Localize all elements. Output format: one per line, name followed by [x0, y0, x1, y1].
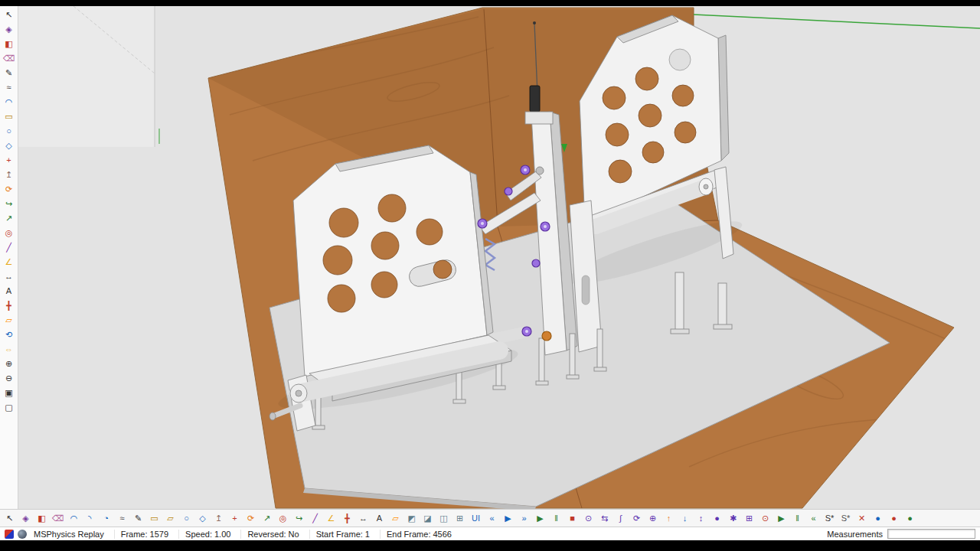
physics-body-red-button-icon[interactable]: ●	[887, 511, 900, 525]
circle-tool-icon[interactable]: ○	[3, 126, 15, 136]
application-window: ↖◈◧⌫✎≈◠▭○◇+↥⟳↪↗◎╱∠↔A╋▱⟲⇔⊕⊖▣▢	[0, 0, 980, 551]
zoom-in-tool-icon[interactable]: ⊕	[3, 358, 15, 369]
joint-servo-tool-icon[interactable]: ⊕	[646, 511, 659, 525]
joint-spring-tool-icon[interactable]: ∫	[614, 511, 627, 525]
anim-rewind-button-icon[interactable]: «	[807, 511, 820, 525]
center-leg-1	[539, 338, 544, 384]
joint-slider-tool-icon[interactable]: ⇆	[598, 511, 611, 525]
protractor-tool-icon[interactable]: ∠	[3, 256, 15, 267]
paint-bucket-tool-icon[interactable]: ◧	[35, 511, 48, 525]
eraser-tool-icon[interactable]: ⌫	[51, 511, 64, 525]
protractor-tool-icon[interactable]: ∠	[325, 511, 338, 525]
joint-fixed-tool-icon[interactable]: ⊞	[743, 511, 756, 525]
zoom-window-tool-icon[interactable]: ▣	[3, 387, 15, 398]
offset-tool-icon[interactable]: ◎	[276, 511, 289, 525]
joint-connect-tool-icon[interactable]: ⊙	[582, 511, 595, 525]
force-down-tool-icon[interactable]: ↓	[678, 511, 691, 525]
orbit-tool-icon[interactable]: ⟲	[3, 329, 15, 340]
slide-slot	[582, 276, 590, 305]
follow-me-tool-icon[interactable]: ↪	[3, 198, 15, 209]
axes-tool-icon[interactable]: ╋	[341, 511, 354, 525]
joint-ball-tool-icon[interactable]: ●	[710, 511, 724, 525]
freehand-tool-icon[interactable]: ≈	[3, 82, 15, 93]
pie-tool-icon[interactable]: ◔	[100, 511, 113, 525]
polygon-tool-icon[interactable]: ◇	[3, 140, 15, 151]
column-cap	[525, 112, 553, 124]
main-area: ↖◈◧⌫✎≈◠▭○◇+↥⟳↪↗◎╱∠↔A╋▱⟲⇔⊕⊖▣▢	[0, 6, 980, 509]
rotate-tool-icon[interactable]: ⟳	[3, 184, 15, 194]
msphysics-ui-button-icon[interactable]: UI	[469, 511, 482, 525]
solid-trim-tool-icon[interactable]: ◫	[437, 511, 450, 525]
joint-universal-tool-icon[interactable]: ✱	[727, 511, 740, 525]
physics-body-blue-button-icon[interactable]: ●	[871, 511, 884, 525]
pan-tool-icon[interactable]: ⇔	[3, 344, 15, 354]
tape-measure-tool-icon[interactable]: ╱	[3, 242, 15, 253]
arc-2pt-tool-icon[interactable]: ◠	[67, 511, 80, 525]
circle-tool-icon[interactable]: ○	[180, 511, 193, 525]
select-tool-icon[interactable]: ↖	[3, 9, 15, 20]
anim-play-button-icon[interactable]: ▶	[775, 511, 788, 525]
replay-forward-button-icon[interactable]: »	[518, 511, 531, 525]
measurements-input[interactable]	[887, 529, 975, 539]
simulation-stop-button-icon[interactable]: ■	[566, 511, 579, 525]
move-tool-icon[interactable]: +	[228, 511, 241, 525]
text-tool-icon[interactable]: A	[3, 285, 15, 296]
solid-intersect-tool-icon[interactable]: ⊞	[453, 511, 466, 525]
status-speed: Speed: 1.00	[178, 530, 237, 539]
select-tool-icon[interactable]: ↖	[3, 511, 16, 525]
add-scene-button-icon[interactable]: S*	[823, 511, 836, 525]
text-tool-icon[interactable]: A	[373, 511, 386, 525]
arc-3pt-tool-icon[interactable]: ◝	[83, 511, 96, 525]
dimension-tool-icon[interactable]: ↔	[357, 511, 370, 525]
joint-corkscrew-tool-icon[interactable]: ↕	[694, 511, 707, 525]
status-start-frame: Start Frame: 1	[309, 530, 376, 539]
polygon-tool-icon[interactable]: ◇	[196, 511, 209, 525]
msphysics-icon[interactable]	[5, 530, 14, 539]
line-tool-icon[interactable]: ✎	[3, 67, 15, 78]
paint-bucket-tool-icon[interactable]: ◧	[3, 38, 15, 49]
orange-bolt	[542, 331, 551, 341]
arc-tool-icon[interactable]: ◠	[3, 96, 15, 107]
replay-rewind-button-icon[interactable]: «	[485, 511, 498, 525]
follow-me-tool-icon[interactable]: ↪	[292, 511, 305, 525]
replay-play-button-icon[interactable]: ▶	[501, 511, 514, 525]
scale-tool-icon[interactable]: ↗	[3, 213, 15, 223]
line-tool-icon[interactable]: ✎	[132, 511, 145, 525]
scale-tool-icon[interactable]: ↗	[260, 511, 273, 525]
joint-motor-tool-icon[interactable]: ⟳	[630, 511, 643, 525]
eraser-tool-icon[interactable]: ⌫	[3, 53, 15, 64]
tape-measure-tool-icon[interactable]: ╱	[309, 511, 322, 525]
force-up-tool-icon[interactable]: ↑	[662, 511, 675, 525]
solid-union-tool-icon[interactable]: ◩	[405, 511, 418, 525]
anim-pause-button-icon[interactable]: ‖	[791, 511, 804, 525]
push-pull-tool-icon[interactable]: ↥	[3, 169, 15, 180]
zoom-out-tool-icon[interactable]: ⊖	[3, 373, 15, 383]
freehand-tool-icon[interactable]: ≈	[116, 511, 129, 525]
offset-tool-icon[interactable]: ◎	[3, 227, 15, 238]
solid-subtract-tool-icon[interactable]: ◪	[421, 511, 434, 525]
rotated-rectangle-tool-icon[interactable]: ▱	[164, 511, 177, 525]
physics-body-green-button-icon[interactable]: ●	[903, 511, 916, 525]
delete-scene-button-icon[interactable]: ✕	[855, 511, 868, 525]
rectangle-tool-icon[interactable]: ▭	[148, 511, 161, 525]
rotate-tool-icon[interactable]: ⟳	[244, 511, 257, 525]
rectangle-tool-icon[interactable]: ▭	[3, 111, 15, 122]
section-plane-tool-icon[interactable]: ▱	[3, 315, 15, 325]
make-component-tool-icon[interactable]: ◈	[3, 24, 15, 34]
record-button-icon[interactable]: ⊙	[759, 511, 772, 525]
push-pull-tool-icon[interactable]: ↥	[212, 511, 225, 525]
globe-icon[interactable]	[18, 530, 27, 539]
axes-tool-icon[interactable]: ╋	[3, 300, 15, 311]
update-scene-button-icon[interactable]: S*	[839, 511, 852, 525]
3d-scene[interactable]	[18, 6, 980, 509]
bottom-toolbar: ↖◈◧⌫◠◝◔≈✎▭▱○◇↥+⟳↗◎↪╱∠╋↔A▱◩◪◫⊞UI«▶»▶‖■⊙⇆∫…	[0, 509, 980, 527]
zoom-extents-tool-icon[interactable]: ▢	[3, 402, 15, 412]
move-tool-icon[interactable]: +	[3, 155, 15, 165]
make-component-tool-icon[interactable]: ◈	[19, 511, 32, 525]
viewport[interactable]	[18, 6, 980, 509]
simulation-pause-button-icon[interactable]: ‖	[550, 511, 563, 525]
status-frame: Frame: 1579	[114, 530, 175, 539]
section-plane-tool-icon[interactable]: ▱	[389, 511, 402, 525]
dimension-tool-icon[interactable]: ↔	[3, 271, 15, 282]
simulation-play-button-icon[interactable]: ▶	[534, 511, 547, 525]
